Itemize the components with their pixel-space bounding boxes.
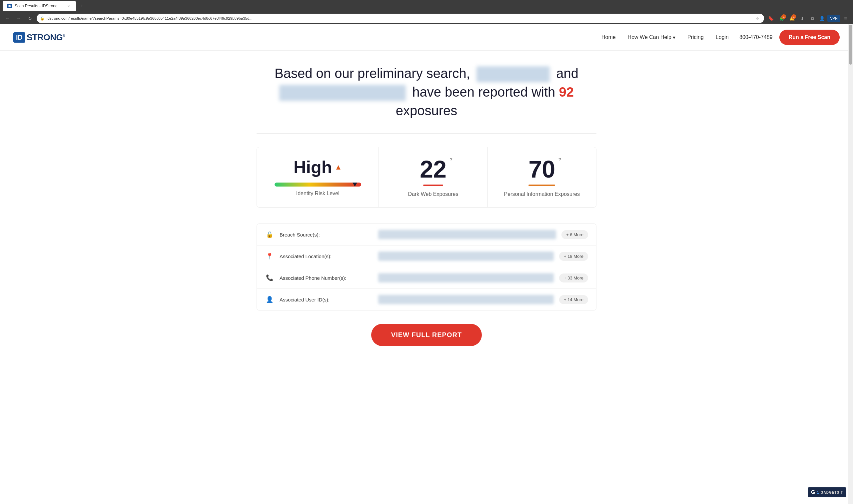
location-icon: 📍 — [265, 252, 274, 260]
nav-links: Home How We Can Help ▾ Pricing Login — [601, 34, 729, 41]
browser-chrome: ID Scan Results - IDStrong × + ← → ↻ 🔒 i… — [0, 0, 853, 24]
personal-info-label: Personal Information Exposures — [495, 191, 589, 197]
breach-sources-row: 🔒 Breach Source(s): + 6 More — [257, 224, 596, 246]
chevron-down-icon: ▾ — [673, 34, 675, 41]
dark-web-underline — [423, 184, 443, 186]
phone-label: Associated Phone Number(s): — [280, 275, 373, 281]
divider — [256, 133, 597, 133]
headline-end: exposures — [396, 103, 458, 118]
address-bar[interactable]: 🔒 idstrong.com/results/name/?searchParam… — [37, 14, 764, 23]
locations-row: 📍 Associated Location(s): + 18 More — [257, 246, 596, 267]
phone-icon: 📞 — [265, 274, 274, 282]
logo-strong: STRONG® — [26, 32, 65, 43]
tab-favicon: ID — [7, 4, 12, 8]
locations-label: Associated Location(s): — [280, 253, 373, 259]
watermark-g: G — [811, 489, 815, 495]
browser-toolbar: ← → ↻ 🔒 idstrong.com/results/name/?searc… — [0, 12, 853, 24]
lock-icon: 🔒 — [40, 16, 45, 21]
browser-tools: 🧩 1 🔔 1 ⬇ ⧉ 👤 VPN ≡ — [777, 14, 850, 23]
back-button[interactable]: ← — [3, 14, 12, 23]
personal-info-underline — [529, 184, 555, 186]
notification-badge-1: 1 — [781, 14, 786, 19]
download-button[interactable]: ⬇ — [797, 14, 807, 23]
phone-numbers-row: 📞 Associated Phone Number(s): + 33 More — [257, 267, 596, 289]
browser-titlebar: ID Scan Results - IDStrong × + — [0, 0, 853, 12]
risk-title-row: High ▲ — [270, 157, 365, 177]
user-id-label: Associated User ID(s): — [280, 297, 373, 303]
data-section: 🔒 Breach Source(s): + 6 More 📍 Associate… — [256, 223, 597, 310]
nav-phone: 800-470-7489 — [740, 34, 773, 40]
scrollbar-thumb — [849, 25, 852, 65]
logo-id: ID — [13, 32, 25, 43]
nav-login[interactable]: Login — [716, 34, 729, 40]
navbar: ID STRONG® Home How We Can Help ▾ Pricin… — [0, 24, 853, 51]
scrollbar[interactable] — [848, 24, 853, 504]
bookmark-button[interactable]: 🔖 — [766, 14, 775, 23]
logo[interactable]: ID STRONG® — [13, 32, 65, 43]
forward-button[interactable]: → — [14, 14, 23, 23]
risk-triangle-icon: ▲ — [335, 163, 342, 172]
notifications-button[interactable]: 🔔 1 — [787, 14, 797, 23]
risk-bar — [274, 182, 361, 186]
headline-count: 92 — [559, 85, 574, 99]
locations-blurred-value — [378, 252, 554, 261]
breach-blurred-value — [378, 230, 556, 239]
notification-badge-2: 1 — [792, 14, 796, 19]
breach-label: Breach Source(s): — [280, 232, 373, 237]
nav-cta-button[interactable]: Run a Free Scan — [779, 30, 840, 45]
sidebar-button[interactable]: ⧉ — [807, 14, 817, 23]
watermark-1: 1 — [817, 490, 819, 494]
nav-home[interactable]: Home — [601, 34, 616, 40]
headline-section: Based on our preliminary search, and hav… — [256, 64, 597, 120]
dark-web-number: 22 ? — [420, 157, 446, 181]
risk-label: Identity Risk Level — [270, 191, 365, 197]
nav-pricing[interactable]: Pricing — [688, 34, 704, 40]
risk-level-text: High — [294, 157, 332, 177]
view-full-report-button[interactable]: VIEW FULL REPORT — [371, 324, 482, 346]
personal-info-help-icon[interactable]: ? — [558, 157, 562, 162]
new-tab-button[interactable]: + — [77, 1, 87, 11]
headline-and: and — [556, 66, 579, 80]
tab-title: Scan Results - IDStrong — [15, 4, 63, 8]
headline-address-blurred — [279, 85, 406, 101]
headline-after: have been reported with — [412, 85, 555, 99]
dark-web-help-icon[interactable]: ? — [449, 157, 452, 162]
vpn-button[interactable]: VPN — [827, 15, 840, 22]
profile-button[interactable]: 👤 — [817, 14, 827, 23]
stats-row: High ▲ Identity Risk Level 22 ? Dark Web… — [256, 147, 597, 208]
watermark-text: GADGETS T — [821, 491, 843, 494]
url-text: idstrong.com/results/name/?searchParams=… — [47, 16, 752, 20]
watermark: G 1 GADGETS T — [808, 487, 846, 497]
dark-web-stat-box: 22 ? Dark Web Exposures — [379, 147, 487, 207]
reload-button[interactable]: ↻ — [25, 14, 35, 23]
dark-web-label: Dark Web Exposures — [386, 191, 480, 197]
headline-text: Based on our preliminary search, and hav… — [256, 64, 597, 120]
user-id-more-button[interactable]: + 14 More — [559, 295, 588, 304]
phone-more-button[interactable]: + 33 More — [559, 273, 588, 283]
user-id-icon: 👤 — [265, 296, 274, 303]
breach-icon: 🔒 — [265, 231, 274, 238]
tab-close-button[interactable]: × — [66, 3, 71, 9]
phone-blurred-value — [378, 273, 554, 283]
browser-menu-button[interactable]: ≡ — [841, 14, 850, 23]
user-id-blurred-value — [378, 295, 554, 304]
personal-info-stat-box: 70 ? Personal Information Exposures — [488, 147, 596, 207]
extensions-button[interactable]: 🧩 1 — [777, 14, 787, 23]
headline-before: Based on our preliminary search, — [274, 66, 470, 80]
risk-bar-marker — [353, 182, 357, 186]
breach-more-button[interactable]: + 6 More — [562, 230, 588, 239]
main-content: Based on our preliminary search, and hav… — [243, 51, 610, 366]
page-content: ID STRONG® Home How We Can Help ▾ Pricin… — [0, 24, 853, 504]
locations-more-button[interactable]: + 18 More — [559, 252, 588, 261]
nav-how-we-can-help[interactable]: How We Can Help ▾ — [628, 34, 675, 41]
personal-info-number: 70 ? — [529, 157, 555, 181]
headline-name-blurred — [477, 66, 550, 82]
cta-section: VIEW FULL REPORT — [256, 324, 597, 346]
share-icon[interactable]: ⎋ — [754, 15, 761, 22]
browser-tab[interactable]: ID Scan Results - IDStrong × — [3, 1, 76, 11]
risk-level-box: High ▲ Identity Risk Level — [257, 147, 379, 207]
user-ids-row: 👤 Associated User ID(s): + 14 More — [257, 289, 596, 310]
vpn-label: VPN — [830, 16, 838, 20]
